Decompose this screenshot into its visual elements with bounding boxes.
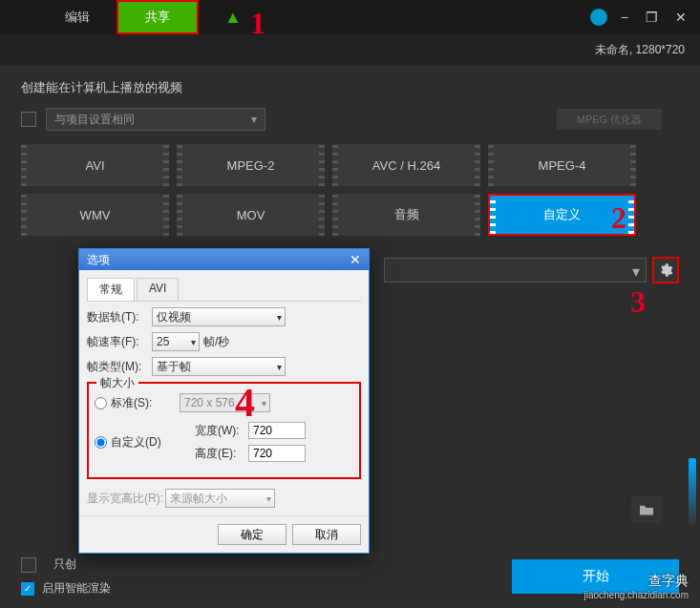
ok-button[interactable]: 确定 [218,524,286,545]
restore-button[interactable]: ❐ [642,10,662,25]
format-mpeg2[interactable]: MPEG-2 [177,144,325,186]
close-button[interactable]: ✕ [671,10,690,25]
frame-rate-dropdown[interactable]: 25 [152,332,200,351]
width-input[interactable] [248,422,306,439]
data-track-dropdown[interactable]: 仅视频 [152,307,286,326]
globe-icon[interactable] [590,9,607,26]
frame-rate-unit: 帧/秒 [203,334,229,350]
only-create-row: 只创 [21,556,111,573]
width-label: 宽度(W): [195,423,248,439]
frame-size-group: 帧大小 标准(S): 720 x 576 自定义(D) 宽度(W): 高度(E)… [87,382,361,479]
tab-general[interactable]: 常规 [87,278,135,301]
standard-radio[interactable] [95,397,107,409]
frame-size-legend: 帧大小 [96,375,138,391]
gear-icon [658,262,673,278]
arrow-up-icon: ▲ [224,8,242,28]
project-checkbox[interactable] [21,112,36,127]
dialog-title-text: 选项 [87,252,110,268]
status-line: 未命名, 1280*720 [0,34,700,66]
smart-render-checkbox[interactable]: ✓ [21,582,34,596]
dialog-buttons: 确定 取消 [79,515,369,553]
minimize-button[interactable]: − [617,10,632,25]
format-audio[interactable]: 音频 [332,194,480,236]
side-indicator [689,458,696,525]
dialog-titlebar[interactable]: 选项 ✕ [79,249,369,270]
frame-type-dropdown[interactable]: 基于帧 [152,357,286,376]
window-controls: − ❐ ✕ [590,9,690,26]
custom-size-fields: 宽度(W): 高度(E): [195,416,309,468]
chevron-down-icon: ▾ [251,113,257,126]
data-track-row: 数据轨(T): 仅视频 [87,307,361,326]
project-dropdown-label: 与项目设置相同 [54,112,135,128]
standard-size-dropdown: 720 x 576 [180,393,270,412]
format-avc[interactable]: AVC / H.264 [332,144,480,186]
profile-dropdown[interactable] [384,258,647,283]
folder-icon [638,503,655,516]
project-dropdown[interactable]: 与项目设置相同 ▾ [46,108,265,131]
data-track-label: 数据轨(T): [87,309,152,325]
format-custom[interactable]: 自定义 [488,194,636,236]
watermark-title: 查字典 [583,573,689,590]
format-mov[interactable]: MOV [177,194,325,236]
aspect-row: 显示宽高比(R): 来源帧大小 [87,489,361,508]
height-input[interactable] [248,445,306,462]
titlebar: 编辑 共享 ▲ − ❐ ✕ [0,0,700,34]
settings-gear-button[interactable] [652,257,679,283]
smart-render-label: 启用智能渲染 [42,580,111,597]
custom-radio-row: 自定义(D) 宽度(W): 高度(E): [95,416,353,468]
mpeg-optimizer-button: MPEG 优化器 [557,109,662,130]
only-create-checkbox[interactable] [21,557,36,573]
standard-radio-row: 标准(S): 720 x 576 [95,393,353,412]
format-wmv[interactable]: WMV [21,194,169,236]
height-label: 高度(E): [195,446,248,462]
aspect-dropdown: 来源帧大小 [165,489,275,508]
tab-avi[interactable]: AVI [137,278,179,301]
watermark-url: jiaocheng.chazidian.com [583,590,689,600]
check-options: 只创 ✓ 启用智能渲染 [21,556,111,597]
custom-radio-label: 自定义(D) [111,434,180,451]
format-mpeg4[interactable]: MPEG-4 [488,144,636,186]
project-settings-row: 与项目设置相同 ▾ MPEG 优化器 [21,108,679,131]
aspect-label: 显示宽高比(R): [87,491,165,507]
custom-radio[interactable] [95,436,107,449]
frame-rate-row: 帧速率(F): 25 帧/秒 [87,332,361,351]
section-title: 创建能在计算机上播放的视频 [21,79,679,96]
format-grid: AVI MPEG-2 AVC / H.264 MPEG-4 WMV MOV 音频… [21,144,679,236]
frame-type-label: 帧类型(M): [87,359,152,375]
tab-share[interactable]: 共享 [117,0,199,34]
dialog-body: 常规 AVI 数据轨(T): 仅视频 帧速率(F): 25 帧/秒 帧类型(M)… [79,270,369,515]
frame-rate-label: 帧速率(F): [87,334,152,350]
format-avi[interactable]: AVI [21,144,169,186]
browse-folder-button[interactable] [631,496,662,523]
dialog-close-button[interactable]: ✕ [350,252,361,267]
options-dialog: 选项 ✕ 常规 AVI 数据轨(T): 仅视频 帧速率(F): 25 帧/秒 帧… [78,248,370,554]
frame-type-row: 帧类型(M): 基于帧 [87,357,361,376]
only-create-label: 只创 [53,556,76,573]
watermark: 查字典 jiaocheng.chazidian.com [583,573,689,600]
standard-label: 标准(S): [111,395,180,411]
tab-edit[interactable]: 编辑 [38,0,117,34]
cancel-button[interactable]: 取消 [292,524,361,545]
dialog-tabs: 常规 AVI [87,278,361,302]
smart-render-row: ✓ 启用智能渲染 [21,580,111,597]
bottom-bar: 只创 ✓ 启用智能渲染 开始 [21,556,679,597]
